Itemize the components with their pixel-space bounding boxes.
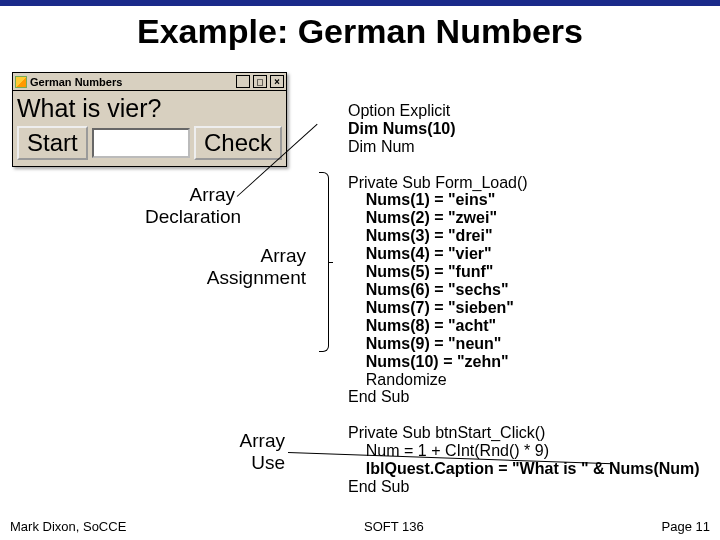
footer-course: SOFT 136 xyxy=(364,519,424,534)
anno-array-assignment: Array Assignment xyxy=(196,245,306,289)
start-button[interactable]: Start xyxy=(17,126,88,160)
code-line: End Sub xyxy=(348,478,409,495)
window-titlebar: German Numbers _ □ × xyxy=(12,72,287,91)
app-icon xyxy=(15,76,27,88)
code-line: Nums(5) = "funf" xyxy=(348,263,493,280)
code-line: End Sub xyxy=(348,388,409,405)
maximize-button[interactable]: □ xyxy=(253,75,267,88)
window-caption: German Numbers xyxy=(30,76,122,88)
code-line: lblQuest.Caption = "What is " & Nums(Num… xyxy=(348,460,700,477)
slide-title: Example: German Numbers xyxy=(0,6,720,61)
app-window: German Numbers _ □ × What is vier? Start… xyxy=(12,72,287,167)
code-line: Dim Num xyxy=(348,138,415,155)
code-listing: Option Explicit Dim Nums(10) Dim Num Pri… xyxy=(348,84,700,496)
code-line: Nums(4) = "vier" xyxy=(348,245,492,262)
footer-page: Page 11 xyxy=(662,519,710,534)
slide-footer: Mark Dixon, SoCCE SOFT 136 Page 11 xyxy=(0,519,720,534)
code-line: Dim Nums(10) xyxy=(348,120,456,137)
anno-array-use: Array Use xyxy=(225,430,285,474)
minimize-button[interactable]: _ xyxy=(236,75,250,88)
code-line: Private Sub btnStart_Click() xyxy=(348,424,545,441)
code-line: Num = 1 + CInt(Rnd() * 9) xyxy=(348,442,549,459)
brace-assignment xyxy=(319,172,329,352)
footer-author: Mark Dixon, SoCCE xyxy=(10,519,126,534)
close-button[interactable]: × xyxy=(270,75,284,88)
window-body: What is vier? Start Check xyxy=(12,91,287,167)
code-line: Nums(9) = "neun" xyxy=(348,335,501,352)
code-line: Nums(6) = "sechs" xyxy=(348,281,509,298)
anno-array-declaration: Array Declaration xyxy=(145,184,235,228)
code-line: Nums(10) = "zehn" xyxy=(348,353,509,370)
question-label: What is vier? xyxy=(17,94,282,123)
check-button[interactable]: Check xyxy=(194,126,282,160)
code-line: Private Sub Form_Load() xyxy=(348,174,528,191)
code-line: Nums(8) = "acht" xyxy=(348,317,496,334)
code-line: Nums(7) = "sieben" xyxy=(348,299,514,316)
answer-input[interactable] xyxy=(92,128,190,158)
code-line: Randomize xyxy=(348,371,447,388)
code-line: Option Explicit xyxy=(348,102,450,119)
code-line: Nums(2) = "zwei" xyxy=(348,209,497,226)
code-line: Nums(3) = "drei" xyxy=(348,227,493,244)
code-line: Nums(1) = "eins" xyxy=(348,191,495,208)
